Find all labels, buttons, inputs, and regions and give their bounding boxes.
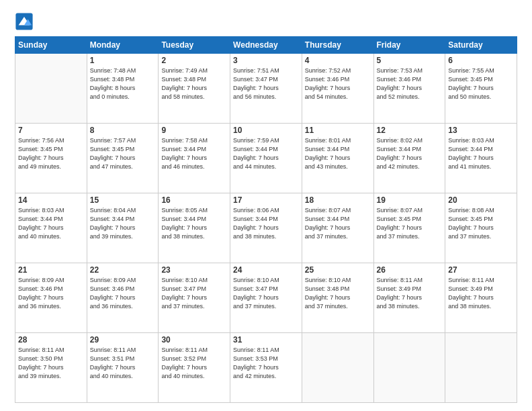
day-info: Sunrise: 8:03 AM Sunset: 3:44 PM Dayligh…: [18, 206, 84, 241]
day-number: 1: [90, 56, 156, 65]
day-info: Sunrise: 8:11 AM Sunset: 3:50 PM Dayligh…: [18, 346, 84, 381]
day-number: 3: [233, 56, 299, 65]
day-cell: [15, 54, 87, 124]
week-row-3: 21Sunrise: 8:09 AM Sunset: 3:46 PM Dayli…: [15, 263, 517, 333]
day-cell: 14Sunrise: 8:03 AM Sunset: 3:44 PM Dayli…: [15, 193, 87, 263]
day-info: Sunrise: 8:06 AM Sunset: 3:44 PM Dayligh…: [233, 206, 299, 241]
day-info: Sunrise: 8:02 AM Sunset: 3:44 PM Dayligh…: [377, 136, 443, 171]
day-cell: 30Sunrise: 8:11 AM Sunset: 3:52 PM Dayli…: [159, 333, 230, 403]
day-cell: 9Sunrise: 7:58 AM Sunset: 3:44 PM Daylig…: [159, 124, 230, 193]
day-cell: 26Sunrise: 8:11 AM Sunset: 3:49 PM Dayli…: [373, 263, 445, 333]
day-number: 24: [233, 265, 299, 275]
weekday-header-monday: Monday: [87, 37, 159, 54]
day-info: Sunrise: 8:09 AM Sunset: 3:46 PM Dayligh…: [90, 276, 156, 311]
day-number: 16: [161, 195, 227, 205]
day-cell: [373, 333, 445, 403]
day-info: Sunrise: 8:07 AM Sunset: 3:44 PM Dayligh…: [305, 206, 371, 241]
day-cell: 15Sunrise: 8:04 AM Sunset: 3:44 PM Dayli…: [87, 193, 159, 263]
day-number: 30: [161, 335, 227, 345]
day-number: 18: [305, 195, 371, 205]
day-number: 14: [18, 195, 84, 205]
week-row-2: 14Sunrise: 8:03 AM Sunset: 3:44 PM Dayli…: [15, 193, 517, 263]
day-cell: 13Sunrise: 8:03 AM Sunset: 3:44 PM Dayli…: [445, 124, 517, 193]
day-cell: 4Sunrise: 7:52 AM Sunset: 3:46 PM Daylig…: [302, 54, 373, 124]
day-number: 8: [90, 126, 156, 135]
day-info: Sunrise: 8:10 AM Sunset: 3:47 PM Dayligh…: [161, 276, 227, 311]
page: SundayMondayTuesdayWednesdayThursdayFrid…: [0, 0, 532, 411]
day-cell: 25Sunrise: 8:10 AM Sunset: 3:48 PM Dayli…: [302, 263, 373, 333]
day-number: 20: [448, 195, 514, 205]
day-info: Sunrise: 7:55 AM Sunset: 3:45 PM Dayligh…: [448, 66, 514, 101]
weekday-header-thursday: Thursday: [302, 37, 373, 54]
day-info: Sunrise: 8:01 AM Sunset: 3:44 PM Dayligh…: [305, 136, 371, 171]
day-info: Sunrise: 8:03 AM Sunset: 3:44 PM Dayligh…: [448, 136, 514, 171]
day-number: 19: [377, 195, 443, 205]
day-cell: [302, 333, 373, 403]
day-number: 23: [161, 265, 227, 275]
day-cell: 22Sunrise: 8:09 AM Sunset: 3:46 PM Dayli…: [87, 263, 159, 333]
day-info: Sunrise: 7:52 AM Sunset: 3:46 PM Dayligh…: [305, 66, 371, 101]
day-cell: 21Sunrise: 8:09 AM Sunset: 3:46 PM Dayli…: [15, 263, 87, 333]
day-cell: 24Sunrise: 8:10 AM Sunset: 3:47 PM Dayli…: [230, 263, 302, 333]
day-info: Sunrise: 8:09 AM Sunset: 3:46 PM Dayligh…: [18, 276, 84, 311]
day-number: 11: [305, 126, 371, 135]
weekday-header-tuesday: Tuesday: [159, 37, 230, 54]
week-row-4: 28Sunrise: 8:11 AM Sunset: 3:50 PM Dayli…: [15, 333, 517, 403]
day-cell: 3Sunrise: 7:51 AM Sunset: 3:47 PM Daylig…: [230, 54, 302, 124]
day-info: Sunrise: 8:10 AM Sunset: 3:47 PM Dayligh…: [233, 276, 299, 311]
day-number: 5: [377, 56, 443, 65]
day-cell: 1Sunrise: 7:48 AM Sunset: 3:48 PM Daylig…: [87, 54, 159, 124]
day-number: 21: [18, 265, 84, 275]
day-number: 9: [161, 126, 227, 135]
day-cell: 16Sunrise: 8:05 AM Sunset: 3:44 PM Dayli…: [159, 193, 230, 263]
logo-icon: [15, 12, 34, 31]
day-info: Sunrise: 7:51 AM Sunset: 3:47 PM Dayligh…: [233, 66, 299, 101]
weekday-header-saturday: Saturday: [445, 37, 517, 54]
day-cell: 11Sunrise: 8:01 AM Sunset: 3:44 PM Dayli…: [302, 124, 373, 193]
weekday-header-sunday: Sunday: [15, 37, 87, 54]
day-info: Sunrise: 7:57 AM Sunset: 3:45 PM Dayligh…: [90, 136, 156, 171]
week-row-1: 7Sunrise: 7:56 AM Sunset: 3:45 PM Daylig…: [15, 124, 517, 193]
week-row-0: 1Sunrise: 7:48 AM Sunset: 3:48 PM Daylig…: [15, 54, 517, 124]
day-info: Sunrise: 8:07 AM Sunset: 3:45 PM Dayligh…: [377, 206, 443, 241]
day-number: 13: [448, 126, 514, 135]
day-number: 25: [305, 265, 371, 275]
logo: [15, 12, 36, 31]
day-number: 2: [161, 56, 227, 65]
day-info: Sunrise: 7:49 AM Sunset: 3:48 PM Dayligh…: [161, 66, 227, 101]
weekday-header-wednesday: Wednesday: [230, 37, 302, 54]
day-cell: 7Sunrise: 7:56 AM Sunset: 3:45 PM Daylig…: [15, 124, 87, 193]
day-cell: 17Sunrise: 8:06 AM Sunset: 3:44 PM Dayli…: [230, 193, 302, 263]
day-cell: 29Sunrise: 8:11 AM Sunset: 3:51 PM Dayli…: [87, 333, 159, 403]
day-cell: 19Sunrise: 8:07 AM Sunset: 3:45 PM Dayli…: [373, 193, 445, 263]
day-number: 4: [305, 56, 371, 65]
day-cell: 20Sunrise: 8:08 AM Sunset: 3:45 PM Dayli…: [445, 193, 517, 263]
day-number: 27: [448, 265, 514, 275]
day-cell: 6Sunrise: 7:55 AM Sunset: 3:45 PM Daylig…: [445, 54, 517, 124]
day-info: Sunrise: 8:11 AM Sunset: 3:51 PM Dayligh…: [90, 346, 156, 381]
day-info: Sunrise: 7:48 AM Sunset: 3:48 PM Dayligh…: [90, 66, 156, 101]
weekday-header-friday: Friday: [373, 37, 445, 54]
day-info: Sunrise: 8:08 AM Sunset: 3:45 PM Dayligh…: [448, 206, 514, 241]
day-number: 31: [233, 335, 299, 345]
day-info: Sunrise: 8:11 AM Sunset: 3:49 PM Dayligh…: [448, 276, 514, 311]
day-cell: 2Sunrise: 7:49 AM Sunset: 3:48 PM Daylig…: [159, 54, 230, 124]
day-number: 15: [90, 195, 156, 205]
day-info: Sunrise: 8:05 AM Sunset: 3:44 PM Dayligh…: [161, 206, 227, 241]
day-number: 7: [18, 126, 84, 135]
day-cell: 12Sunrise: 8:02 AM Sunset: 3:44 PM Dayli…: [373, 124, 445, 193]
day-number: 22: [90, 265, 156, 275]
weekday-header-row: SundayMondayTuesdayWednesdayThursdayFrid…: [15, 37, 517, 54]
day-info: Sunrise: 8:10 AM Sunset: 3:48 PM Dayligh…: [305, 276, 371, 311]
day-info: Sunrise: 8:11 AM Sunset: 3:52 PM Dayligh…: [161, 346, 227, 381]
day-info: Sunrise: 8:11 AM Sunset: 3:53 PM Dayligh…: [233, 346, 299, 381]
header: [15, 12, 517, 31]
day-cell: 31Sunrise: 8:11 AM Sunset: 3:53 PM Dayli…: [230, 333, 302, 403]
day-number: 12: [377, 126, 443, 135]
day-info: Sunrise: 7:59 AM Sunset: 3:44 PM Dayligh…: [233, 136, 299, 171]
day-info: Sunrise: 7:53 AM Sunset: 3:46 PM Dayligh…: [377, 66, 443, 101]
day-number: 17: [233, 195, 299, 205]
calendar-table: SundayMondayTuesdayWednesdayThursdayFrid…: [15, 36, 517, 403]
day-number: 28: [18, 335, 84, 345]
day-number: 29: [90, 335, 156, 345]
